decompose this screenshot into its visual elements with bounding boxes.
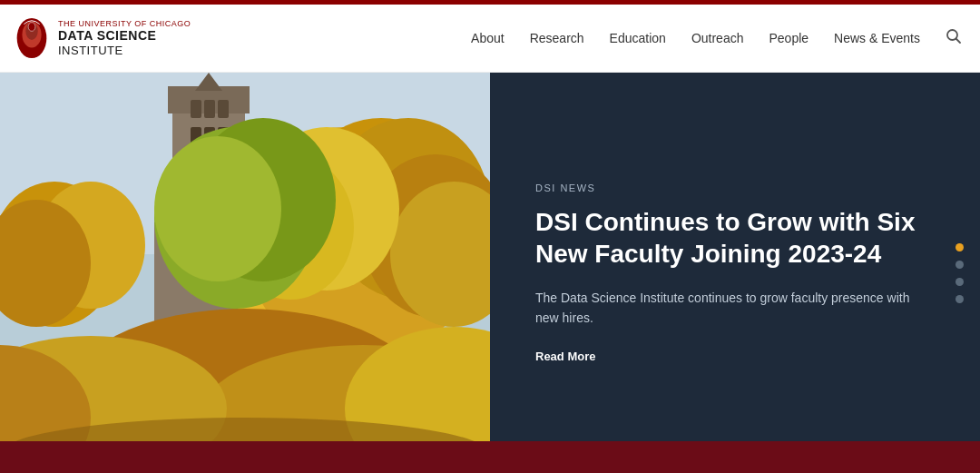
carousel-dot-2[interactable]	[956, 261, 964, 269]
read-more-link[interactable]: Read More	[535, 350, 926, 363]
nav-research[interactable]: Research	[530, 31, 584, 45]
svg-rect-12	[204, 100, 215, 118]
svg-rect-13	[218, 100, 229, 118]
logo-area[interactable]: THE UNIVERSITY OF CHICAGO DATA SCIENCE I…	[15, 15, 191, 61]
hero-title: DSI Continues to Grow with Six New Facul…	[535, 206, 926, 270]
nav-people[interactable]: People	[769, 31, 808, 45]
hero-section: DSI NEWS DSI Continues to Grow with Six …	[0, 73, 980, 473]
svg-point-3	[28, 23, 35, 32]
nav-news-events[interactable]: News & Events	[834, 31, 920, 45]
search-icon[interactable]	[946, 28, 962, 48]
nav-education[interactable]: Education	[610, 31, 666, 45]
nav-outreach[interactable]: Outreach	[691, 31, 744, 45]
bottom-bar	[0, 441, 980, 473]
site-header: THE UNIVERSITY OF CHICAGO DATA SCIENCE I…	[0, 5, 980, 73]
svg-point-38	[154, 136, 281, 281]
carousel-dot-3[interactable]	[956, 278, 964, 286]
carousel-dot-1[interactable]	[956, 243, 964, 251]
university-shield-icon	[15, 15, 49, 61]
hero-description: The Data Science Institute continues to …	[535, 288, 926, 329]
hero-image-svg	[0, 73, 490, 473]
institute-name-line1: DATA SCIENCE	[58, 28, 191, 44]
svg-rect-11	[191, 100, 201, 118]
hero-badge: DSI NEWS	[535, 182, 926, 193]
logo-text: THE UNIVERSITY OF CHICAGO DATA SCIENCE I…	[58, 19, 191, 57]
hero-content-panel: DSI NEWS DSI Continues to Grow with Six …	[490, 73, 980, 473]
university-name: THE UNIVERSITY OF CHICAGO	[58, 19, 191, 28]
hero-image-panel	[0, 73, 490, 473]
main-nav: About Research Education Outreach People…	[471, 28, 962, 48]
carousel-dot-4[interactable]	[956, 295, 964, 303]
institute-name-line2: INSTITUTE	[58, 44, 191, 58]
svg-line-5	[956, 39, 961, 44]
nav-about[interactable]: About	[471, 31, 505, 45]
carousel-dots	[956, 243, 964, 303]
